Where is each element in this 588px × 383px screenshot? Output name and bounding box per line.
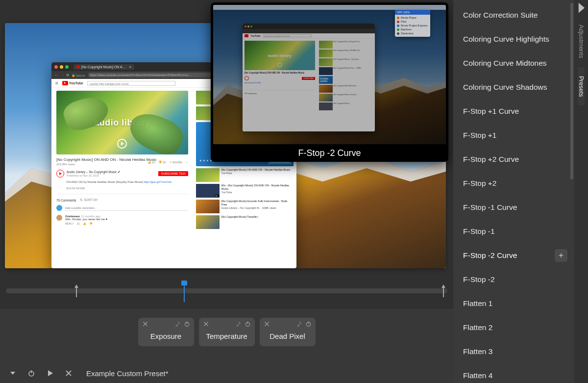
effects-strip: Exposure Temperature Dead Pixel Example … [0, 309, 453, 383]
preset-item[interactable]: Color Correction Suite [453, 3, 574, 27]
preset-item[interactable]: F-Stop +1 Curve [453, 99, 574, 123]
preset-item[interactable]: F-Stop +1 [453, 123, 574, 147]
preset-label: Coloring Curve Midtones [463, 59, 547, 68]
preset-footer: Example Custom Preset* [0, 363, 453, 383]
preset-label: Flatten 3 [463, 347, 492, 356]
user-avatar-icon [56, 205, 62, 211]
main-panel: [No Copyright Music] ON A…× ←→⟳ 🔒 Secure… [0, 0, 453, 383]
preset-item[interactable]: F-Stop -2 [453, 267, 574, 291]
preset-item[interactable]: Coloring Curve Shadows [453, 75, 574, 99]
preset-label: F-Stop -1 Curve [463, 203, 517, 212]
preset-label: Color Correction Suite [463, 11, 538, 20]
effect-label: Dead Pixel [270, 332, 305, 340]
preset-label: Coloring Curve Shadows [463, 83, 547, 92]
preset-item[interactable]: F-Stop +2 Curve [453, 147, 574, 171]
svg-rect-7 [31, 370, 32, 373]
svg-rect-1 [186, 322, 187, 324]
sidebar-video: [No Copyright Music] Traveller - [196, 215, 294, 229]
preset-item[interactable]: Flatten 2 [453, 315, 574, 339]
channel-avatar-icon [56, 170, 64, 178]
disclosure-down-icon[interactable] [9, 369, 17, 377]
playhead[interactable] [181, 281, 187, 302]
side-panel: Color Correction SuiteColoring Curve Hig… [453, 0, 588, 383]
preset-item[interactable]: Flatten 3 [453, 339, 574, 363]
dislike-icon: 👎 30 [158, 160, 166, 164]
svg-rect-5 [308, 322, 308, 324]
tab-adjustments[interactable]: Adjustments [578, 16, 585, 67]
pin-icon[interactable] [295, 321, 302, 327]
preset-label: Flatten 4 [463, 371, 492, 380]
preset-label: F-Stop +1 Curve [463, 107, 519, 116]
youtube-search: royalty free background music [87, 81, 175, 86]
preset-label: Flatten 2 [463, 323, 492, 332]
preset-label: Coloring Curve Highlights [463, 35, 549, 44]
preset-label: F-Stop -1 [463, 227, 495, 236]
out-point-marker[interactable] [441, 284, 445, 297]
effect-chip[interactable]: Dead Pixel [260, 318, 316, 346]
browser-tab: [No Copyright Music] ON A…× [74, 64, 134, 70]
in-point-marker[interactable] [74, 284, 78, 297]
window-max-icon [65, 65, 69, 69]
like-icon: 👍 1K [147, 160, 155, 164]
effect-chip[interactable]: Temperature [199, 318, 255, 346]
close-icon[interactable] [65, 369, 73, 377]
video-views: 243,854 views [56, 163, 75, 166]
share-icon: ↗ SHARE [169, 160, 182, 164]
play-icon[interactable] [46, 369, 54, 377]
show-more: SHOW MORE [66, 187, 188, 190]
sidebar-video: 50+Mix - [No Copyright Music] ON AND ON … [196, 184, 294, 198]
preset-list[interactable]: Color Correction SuiteColoring Curve Hig… [453, 0, 574, 383]
play-icon [117, 139, 127, 149]
power-icon[interactable] [305, 321, 312, 327]
effect-label: Temperature [206, 332, 247, 340]
timeline-track[interactable] [6, 288, 447, 293]
preset-item[interactable]: Coloring Curve Highlights [453, 27, 574, 51]
power-icon[interactable] [184, 321, 190, 327]
sidebar-video: [No Copyright Music] Acoustic Folk Instr… [196, 200, 294, 213]
youtube-favicon-icon [76, 66, 80, 68]
macos-menubar [213, 5, 446, 10]
preset-label: Flatten 1 [463, 299, 492, 308]
preset-item[interactable]: Flatten 4 [453, 363, 574, 383]
youtube-logo-icon: YouTube [62, 81, 83, 85]
preset-label: F-Stop +2 Curve [463, 155, 519, 164]
window-close-icon [54, 65, 58, 69]
effect-label: Exposure [150, 332, 181, 340]
svg-rect-3 [247, 322, 247, 324]
preset-label: F-Stop -2 [463, 275, 495, 284]
preset-item[interactable]: F-Stop -1 [453, 219, 574, 243]
mini-browser-window: YouTuberoyalty free background music aud… [243, 24, 375, 131]
subscribe-button: SUBSCRIBE 751K [158, 171, 188, 176]
preset-label: F-Stop +1 [463, 131, 497, 140]
preview-caption: F-Stop -2 Curve [211, 144, 448, 162]
pin-icon[interactable] [174, 321, 180, 327]
power-icon[interactable] [27, 369, 35, 377]
preset-label: F-Stop +2 [463, 179, 497, 188]
panel-collapse-icon[interactable] [574, 0, 588, 16]
channel-name: Audio Library – No Copyright Music ✔ [67, 170, 156, 174]
preset-item[interactable]: F-Stop -2 Curve+ [453, 243, 574, 267]
preview-with-preset: APP 100% Media Player Files Movie Projec… [211, 2, 448, 162]
effect-chip[interactable]: Exposure [138, 318, 194, 346]
preset-name: Example Custom Preset* [86, 369, 169, 378]
tab-presets[interactable]: Presets [578, 67, 585, 105]
remove-effect-icon[interactable] [264, 321, 270, 327]
timeline[interactable] [0, 275, 453, 309]
remove-effect-icon[interactable] [203, 321, 209, 327]
preset-label: F-Stop -2 Curve [463, 251, 517, 260]
app-menu-dropdown: APP 100% Media Player Files Movie Projec… [395, 10, 430, 37]
preset-item[interactable]: Flatten 1 [453, 291, 574, 315]
comment-input [65, 205, 188, 211]
preset-item[interactable]: F-Stop +2 [453, 171, 574, 195]
video-player: audio library [56, 91, 188, 154]
window-min-icon [60, 65, 63, 69]
preset-item[interactable]: F-Stop -1 Curve [453, 195, 574, 219]
power-icon[interactable] [245, 321, 251, 327]
preset-item[interactable]: Coloring Curve Midtones [453, 51, 574, 75]
remove-effect-icon[interactable] [142, 321, 148, 327]
pin-icon[interactable] [235, 321, 241, 327]
sidebar-video: [No Copyright Music] ON AND ON - Nicolai… [196, 168, 294, 182]
secure-lock-icon: 🔒 Secure [72, 74, 85, 77]
scrollbar[interactable] [570, 3, 573, 179]
add-preset-
    button[interactable]: + [555, 249, 567, 262]
